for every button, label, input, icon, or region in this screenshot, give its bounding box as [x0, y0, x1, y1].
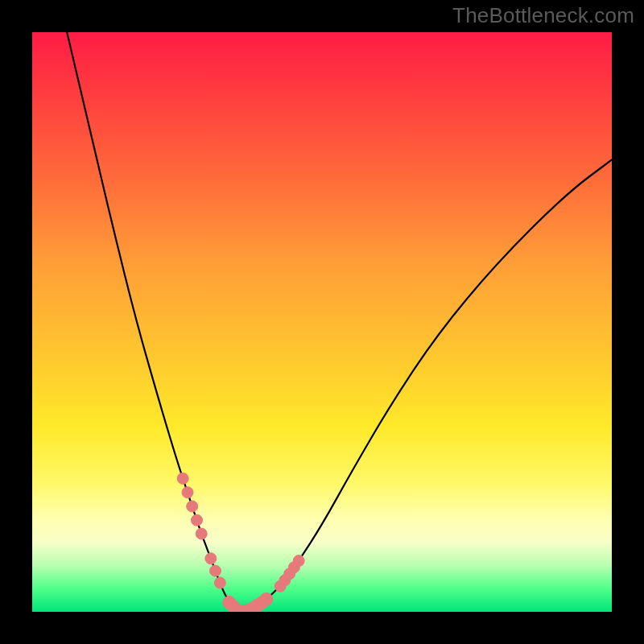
svg-point-5	[205, 553, 217, 564]
watermark-text: TheBottleneck.com	[452, 3, 634, 28]
svg-point-3	[192, 514, 203, 526]
chart-frame: TheBottleneck.com	[0, 0, 644, 644]
svg-point-15	[260, 592, 273, 605]
svg-point-6	[210, 565, 221, 576]
svg-point-7	[214, 577, 225, 588]
svg-point-4	[196, 528, 207, 539]
curve-beads	[177, 473, 304, 612]
svg-point-1	[182, 487, 193, 498]
svg-point-2	[187, 501, 198, 512]
svg-point-0	[177, 473, 188, 484]
svg-point-20	[293, 555, 304, 567]
bottleneck-curve	[67, 32, 612, 611]
plot-area	[32, 32, 612, 612]
curve-svg	[32, 32, 612, 612]
